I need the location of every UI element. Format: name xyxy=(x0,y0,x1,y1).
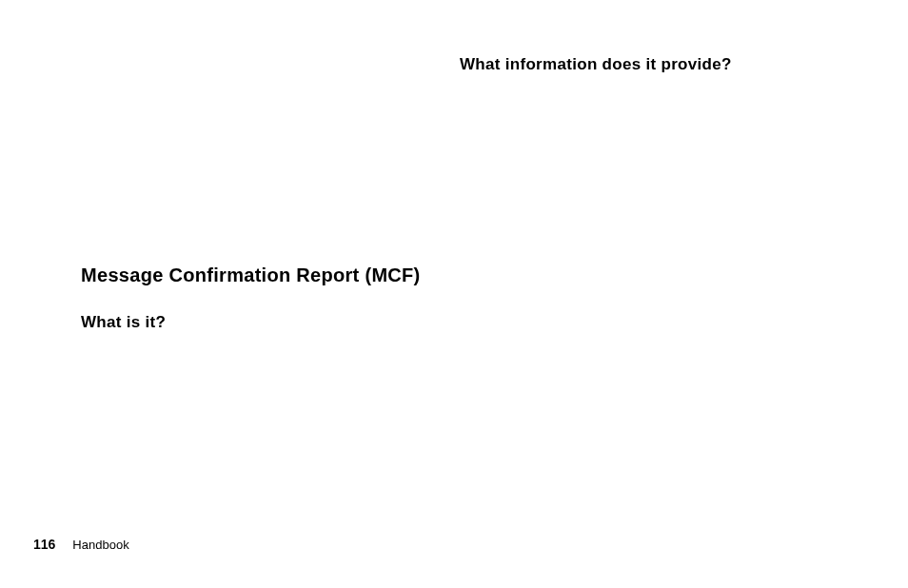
section-title: Message Confirmation Report (MCF) xyxy=(81,265,421,286)
page-number: 116 xyxy=(33,537,55,552)
column-heading-right: What information does it provide? xyxy=(460,55,732,74)
page-footer: 116 Handbook xyxy=(33,537,129,552)
footer-label: Handbook xyxy=(72,538,128,552)
subheading: What is it? xyxy=(81,313,166,332)
document-page: What information does it provide? Messag… xyxy=(0,0,908,588)
